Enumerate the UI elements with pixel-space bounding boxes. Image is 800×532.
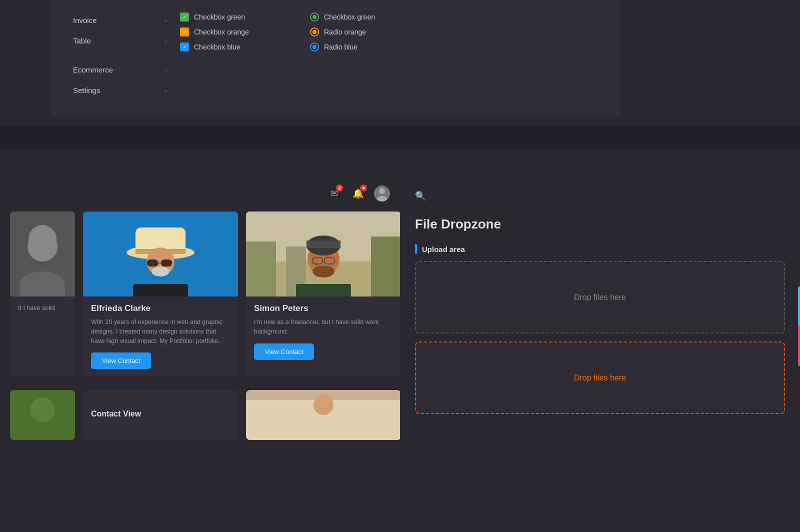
bell-icon-button[interactable]: 🔔 4 — [350, 186, 366, 202]
card-contact-view: Contact View — [83, 390, 238, 440]
accent-bar-pink — [798, 326, 800, 366]
svg-rect-19 — [371, 236, 401, 296]
card-name-simon: Simon Peters — [254, 304, 393, 314]
checkbox-blue-icon[interactable]: ✓ — [180, 42, 189, 52]
dropzone-box-1[interactable]: Drop files here — [415, 261, 785, 334]
section-gap — [0, 126, 800, 150]
radio-green-item[interactable]: Checkbox green — [310, 12, 420, 22]
card-bottom-right — [246, 390, 401, 440]
svg-point-4 — [28, 225, 56, 253]
checkbox-orange-item[interactable]: ✓ Checkbox orange — [180, 28, 290, 36]
right-panel: 🔍 File Dropzone Upload area Drop files h… — [400, 180, 800, 445]
checkbox-orange-label: Checkbox orange — [194, 28, 249, 36]
svg-point-30 — [30, 398, 55, 422]
radio-orange-item[interactable]: Radio orange — [310, 28, 420, 36]
card-simon: Simon Peters I'm new as a freelancer, bu… — [246, 212, 401, 376]
card-photo-partial — [10, 212, 75, 296]
card-photo-elfrieda — [83, 212, 238, 296]
dropzone-box-1-text: Drop files here — [574, 293, 626, 302]
svg-rect-28 — [296, 284, 351, 296]
menu-left-items: Invoice › Table › Ecommerce › Settings › — [65, 10, 175, 100]
view-contact-button-elfrieda[interactable]: View Contact — [91, 352, 151, 369]
dropzone-title: File Dropzone — [415, 216, 785, 232]
cards-grid-row1: It I have solid — [0, 206, 400, 381]
checkbox-green-label: Checkbox green — [194, 13, 245, 21]
checkbox-orange-icon[interactable]: ✓ — [180, 28, 189, 36]
card-photo-simon — [246, 212, 401, 296]
menu-panel: Invoice › Table › Ecommerce › Settings › — [50, 0, 620, 116]
svg-point-34 — [314, 395, 334, 415]
menu-checkboxes: ✓ Checkbox green Checkbox green ✓ Checkb… — [180, 10, 605, 52]
search-row: 🔍 — [415, 190, 785, 202]
card-elfrieda: Elfrieda Clarke With 20 years of experie… — [83, 212, 238, 376]
card-desc-simon: I'm new as a freelancer, but I have soli… — [254, 318, 393, 336]
card-bottom-left — [10, 390, 75, 440]
top-menu: Invoice › Table › Ecommerce › Settings › — [0, 0, 800, 126]
mail-icon-button[interactable]: ✉ 2 — [326, 186, 342, 202]
chevron-right-icon: › — [165, 67, 167, 73]
contact-header: ✉ 2 🔔 4 — [0, 180, 400, 206]
divider — [65, 55, 175, 56]
menu-item-label: Settings — [73, 86, 100, 94]
view-contact-button-simon[interactable]: View Contact — [254, 344, 314, 360]
bell-badge: 4 — [360, 184, 367, 192]
radio-blue-icon[interactable] — [310, 42, 319, 52]
checkbox-blue-label: Checkbox blue — [194, 43, 240, 51]
svg-point-27 — [312, 266, 334, 278]
dropzone-box-2-text: Drop files here — [574, 374, 626, 382]
svg-rect-12 — [161, 260, 172, 266]
svg-rect-15 — [133, 284, 188, 296]
checkbox-green-icon[interactable]: ✓ — [180, 12, 189, 22]
card-partial-left: It I have solid — [10, 212, 75, 376]
contact-view-label: Contact View — [91, 410, 230, 418]
card-desc-partial: It I have solid — [18, 304, 67, 313]
radio-green-label: Checkbox green — [324, 13, 375, 21]
bottom-section: ✉ 2 🔔 4 — [0, 180, 800, 445]
radio-orange-icon[interactable] — [310, 28, 319, 36]
radio-green-icon[interactable] — [310, 12, 319, 22]
card-desc-elfrieda: With 20 years of experience in web and g… — [91, 318, 230, 346]
svg-rect-23 — [306, 240, 340, 248]
menu-item-label: Table — [73, 36, 91, 45]
contact-area: ✉ 2 🔔 4 — [0, 180, 400, 445]
search-icon: 🔍 — [415, 190, 426, 202]
accent-bar-teal — [798, 286, 800, 326]
card-body-partial: It I have solid — [10, 296, 75, 376]
radio-blue-label: Radio blue — [324, 43, 358, 51]
upload-accent-bar — [415, 244, 417, 254]
cards-grid-row2: Contact View — [0, 385, 400, 445]
svg-rect-3 — [10, 212, 75, 296]
chevron-right-icon: › — [165, 38, 167, 44]
menu-item-label: Invoice — [73, 16, 97, 24]
user-avatar[interactable] — [374, 186, 390, 202]
radio-orange-label: Radio orange — [324, 28, 366, 36]
svg-point-5 — [20, 274, 65, 296]
svg-rect-11 — [147, 260, 158, 266]
dropzone-box-2[interactable]: Drop files here — [415, 342, 785, 414]
menu-item-table[interactable]: Table › — [65, 30, 175, 51]
menu-item-ecommerce[interactable]: Ecommerce › — [65, 60, 175, 80]
radio-blue-item[interactable]: Radio blue — [310, 42, 420, 52]
checkbox-blue-item[interactable]: ✓ Checkbox blue — [180, 42, 290, 52]
checkbox-green-item[interactable]: ✓ Checkbox green — [180, 12, 290, 22]
upload-section-label: Upload area — [415, 244, 785, 254]
mail-badge: 2 — [336, 184, 343, 192]
card-body-elfrieda: Elfrieda Clarke With 20 years of experie… — [83, 296, 238, 376]
svg-point-14 — [152, 266, 170, 276]
menu-item-settings[interactable]: Settings › — [65, 80, 175, 100]
menu-item-label: Ecommerce — [73, 66, 113, 74]
chevron-right-icon: › — [165, 88, 167, 94]
chevron-right-icon: › — [165, 18, 167, 24]
svg-point-1 — [379, 188, 385, 194]
svg-rect-18 — [246, 242, 276, 296]
card-body-simon: Simon Peters I'm new as a freelancer, bu… — [246, 296, 401, 376]
menu-item-invoice[interactable]: Invoice › — [65, 10, 175, 30]
card-name-elfrieda: Elfrieda Clarke — [91, 304, 230, 314]
upload-label-text: Upload area — [422, 245, 465, 254]
